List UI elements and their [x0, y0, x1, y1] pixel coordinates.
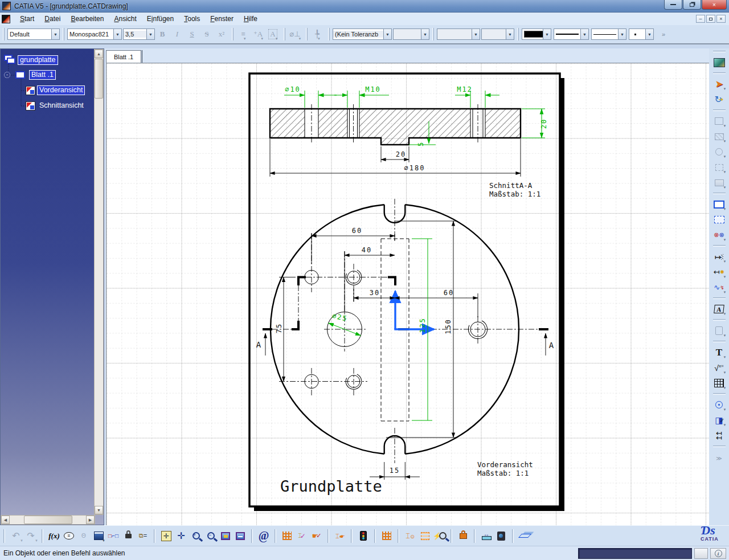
tolerance-type-combo[interactable]: (Kein Toleranzb▼: [333, 28, 392, 40]
toolbar-handle[interactable]: [713, 72, 726, 74]
vscrollbar-thumb[interactable]: [95, 59, 103, 99]
superscript-button[interactable]: x²: [214, 28, 229, 40]
select-cursor-icon[interactable]: ➤▼: [712, 77, 727, 91]
chained-dimension-icon[interactable]: ↤✸▼: [712, 265, 727, 279]
normal-view-icon[interactable]: [233, 529, 248, 543]
balloon-icon[interactable]: ▼: [712, 324, 727, 338]
traffic-light-icon[interactable]: [356, 529, 371, 543]
font-size-combo[interactable]: 3,5▼: [123, 28, 155, 40]
tree-vscrollbar[interactable]: ▲ ▼: [94, 49, 104, 515]
measure-item-icon[interactable]: [494, 529, 509, 543]
status-blank-button[interactable]: [694, 548, 708, 559]
info-button[interactable]: i: [710, 548, 726, 559]
menu-tools[interactable]: Tools: [179, 14, 205, 24]
insert-symbol-button[interactable]: ⌀⊥▼: [288, 28, 303, 40]
toolbar-handle[interactable]: [351, 529, 353, 543]
sheet-setup-icon[interactable]: [712, 55, 727, 70]
comment-icon[interactable]: ≡: [62, 529, 76, 543]
underline-button[interactable]: S: [185, 28, 199, 40]
toolbar-handle[interactable]: [3, 529, 5, 543]
line-thickness-combo[interactable]: ▼: [554, 28, 589, 40]
tree-hscrollbar[interactable]: ◀ ▶: [1, 515, 95, 525]
menu-start[interactable]: Start: [15, 14, 39, 24]
text-leader-icon[interactable]: A▼: [712, 302, 727, 316]
toolbar-handle[interactable]: [251, 529, 253, 543]
structure-icon[interactable]: □⌐□: [106, 529, 121, 543]
toolbar-handle[interactable]: [398, 529, 399, 543]
section-view-icon[interactable]: ▼: [712, 129, 727, 144]
toolbar-handle[interactable]: [713, 109, 726, 111]
scroll-up-icon[interactable]: ▲: [95, 50, 103, 58]
toolbar-handle[interactable]: [713, 393, 726, 395]
text-anchor-button[interactable]: ⁺A▼: [251, 28, 266, 40]
toolbar-handle[interactable]: [713, 245, 726, 247]
toolbar-handle[interactable]: [306, 28, 308, 40]
sheet-table-icon[interactable]: ▼: [91, 529, 106, 543]
scroll-down-icon[interactable]: ▼: [95, 506, 103, 514]
hscrollbar-thumb[interactable]: [24, 516, 72, 524]
color-combo[interactable]: ▼: [522, 28, 551, 40]
toolbar-overflow-chevron[interactable]: »: [662, 31, 665, 38]
precision-combo[interactable]: ▼: [481, 28, 514, 40]
minimize-button[interactable]: [664, 0, 682, 10]
restore-button[interactable]: [683, 0, 701, 10]
toolbar-handle[interactable]: [3, 28, 5, 40]
toolbar-handle[interactable]: [713, 445, 726, 447]
measure-icon[interactable]: ↔: [479, 529, 494, 543]
redo-icon[interactable]: ↷▼: [23, 529, 38, 543]
lock-icon[interactable]: [121, 529, 136, 543]
instantiate-2d-icon[interactable]: ⊗⊗▼: [712, 228, 727, 242]
power-input[interactable]: [578, 548, 692, 559]
scroll-left-icon[interactable]: ◀: [1, 516, 10, 524]
dimension-create-icon[interactable]: ⌶☛: [333, 529, 347, 543]
bold-button[interactable]: B: [155, 28, 170, 40]
area-fill-icon[interactable]: ◨⁄⁄▼: [712, 413, 727, 427]
line-type-combo[interactable]: ▼: [591, 28, 626, 40]
snap-smart-icon[interactable]: [417, 529, 432, 543]
tree-item-root[interactable]: grundplatte: [18, 55, 58, 65]
toolbar-handle[interactable]: [232, 28, 234, 40]
text-frame-button[interactable]: A▼: [266, 28, 281, 40]
mdi-minimize-button[interactable]: –: [696, 15, 705, 23]
mdi-close-button[interactable]: ×: [716, 15, 726, 23]
snap-point-icon[interactable]: ⌶⊙: [403, 529, 417, 543]
tree-item-schnittansicht[interactable]: Schnittansicht: [37, 101, 86, 111]
numeric-format-combo[interactable]: ▼: [437, 28, 480, 40]
text-icon[interactable]: T▼: [712, 345, 727, 359]
snap-grid-icon[interactable]: [379, 529, 394, 543]
menu-datei[interactable]: Datei: [39, 14, 65, 24]
toolbar-handle[interactable]: [327, 529, 329, 543]
sheet-tab[interactable]: Blatt .1: [106, 50, 141, 63]
tree-item-vorderansicht[interactable]: Vorderansicht: [37, 85, 85, 95]
point-style-combo[interactable]: ▼: [629, 28, 654, 40]
tree-expander[interactable]: -: [4, 72, 10, 78]
toolbar-handle[interactable]: [713, 297, 726, 299]
grid-icon[interactable]: [280, 529, 294, 543]
layers-icon[interactable]: [517, 529, 532, 543]
zoom-out-icon[interactable]: −: [203, 529, 218, 543]
toolbar-handle[interactable]: [374, 529, 376, 543]
toolbar-handle[interactable]: [275, 529, 276, 543]
target-icon[interactable]: ▼: [712, 398, 727, 412]
text-align-button[interactable]: ≡▼: [236, 28, 251, 40]
toolbar-handle[interactable]: [284, 28, 285, 40]
fx-icon[interactable]: f(x): [47, 529, 62, 543]
compass-icon[interactable]: @: [256, 529, 271, 543]
broken-view-icon[interactable]: ▼: [712, 160, 727, 174]
zoom-in-icon[interactable]: +: [189, 529, 203, 543]
table-icon[interactable]: ▼: [712, 376, 727, 390]
clipping-view-icon[interactable]: ▼: [712, 145, 727, 159]
toolbar-handle[interactable]: [517, 28, 519, 40]
view-wizard-icon[interactable]: ▼: [712, 175, 727, 190]
dimension-icon[interactable]: ↦▼: [712, 250, 727, 264]
toolbar-handle[interactable]: [713, 319, 726, 321]
mdi-restore-button[interactable]: [706, 15, 715, 23]
toolbar-handle[interactable]: [42, 529, 43, 543]
menu-bearbeiten[interactable]: Bearbeiten: [65, 14, 109, 24]
graphic-style-combo[interactable]: Default▼: [7, 28, 60, 40]
drawing-canvas[interactable]: .s1{stroke:#000;stroke-width:1;fill:none…: [106, 63, 709, 525]
curve-dimension-icon[interactable]: ∿↯▼: [712, 280, 727, 295]
tolerance-value-combo[interactable]: ▼: [393, 28, 429, 40]
toolbar-handle[interactable]: [713, 341, 726, 342]
dimension-line-button[interactable]: ╄▼: [310, 28, 325, 40]
